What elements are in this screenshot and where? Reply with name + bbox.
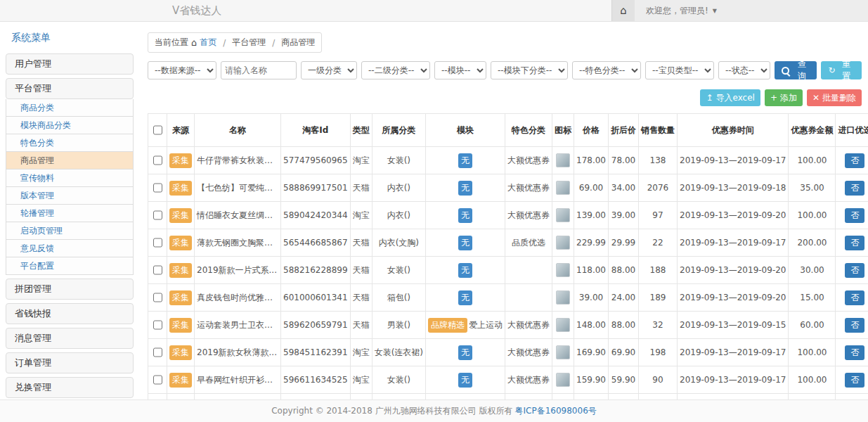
sidebar-item[interactable]: 平台配置 <box>6 257 134 275</box>
row-checkbox[interactable] <box>153 343 162 362</box>
taoke-id: 601000601341 <box>281 284 351 312</box>
row-checkbox-cell <box>148 147 167 174</box>
row-checkbox[interactable] <box>153 179 162 197</box>
column-header: 淘客Id <box>281 114 351 147</box>
sales-count: 97 <box>639 202 678 229</box>
sidebar-item[interactable]: 用户管理 <box>6 53 134 75</box>
sidebar-item[interactable]: 版本管理 <box>6 187 134 205</box>
sidebar-item[interactable]: 省钱快报 <box>6 303 134 324</box>
home-button[interactable]: ⌂ <box>611 0 635 21</box>
home-icon: ⌂ <box>620 4 627 17</box>
icon-cell <box>552 312 574 339</box>
feature-category: 大额优惠券 <box>505 147 552 174</box>
row-checkbox[interactable] <box>153 151 162 170</box>
row-checkbox[interactable] <box>153 261 162 279</box>
filter-select[interactable]: --宝贝类型-- <box>645 61 714 79</box>
refresh-icon: ↻ <box>828 65 835 75</box>
import-select-toggle[interactable]: 否 <box>845 181 864 196</box>
coupon-amount: 200.00 <box>789 229 836 257</box>
coupon-amount: 100.00 <box>789 366 836 394</box>
import-select-toggle[interactable]: 否 <box>845 345 864 360</box>
import-excel-button[interactable]: ↥ 导入excel <box>700 89 760 106</box>
filter-select[interactable]: --模块-- <box>434 61 486 79</box>
product-name: 情侣睡衣女夏丝绸男士... <box>195 202 281 229</box>
column-header: 销售数量 <box>639 114 678 147</box>
sidebar-item[interactable]: 特色分类 <box>6 134 134 152</box>
price: 148.00 <box>574 312 609 339</box>
select-all-cell <box>148 114 167 147</box>
product-thumbnail <box>556 263 570 277</box>
row-checkbox[interactable] <box>153 288 162 307</box>
product-thumbnail <box>556 153 570 167</box>
import-select-toggle[interactable]: 否 <box>845 208 864 223</box>
feature-category: 品质优选 <box>505 229 552 257</box>
import-select-toggle[interactable]: 否 <box>845 153 864 168</box>
import-select-toggle[interactable]: 否 <box>845 236 864 250</box>
discount-price: 78.00 <box>609 147 639 174</box>
select-all-checkbox[interactable] <box>153 121 162 139</box>
product-name: 2019新款一片式系... <box>195 257 281 284</box>
product-name: 早春网红针织开衫女春... <box>195 366 281 394</box>
coupon-time: 2019-09-13—2019-09-17 <box>678 229 789 257</box>
sidebar-item[interactable]: 模块商品分类 <box>6 117 134 134</box>
icp-link[interactable]: 粤ICP备16098006号 <box>515 405 597 417</box>
sidebar-item[interactable]: 启动页管理 <box>6 222 134 240</box>
table-header-row: 来源名称淘客Id类型所属分类模块特色分类图标价格折后价销售数量优惠券时间优惠券金… <box>148 114 868 147</box>
import-select-toggle[interactable]: 否 <box>845 263 864 278</box>
row-checkbox[interactable] <box>153 206 162 224</box>
module-cell: 无 <box>426 174 505 202</box>
product-name: 运动套装男士卫衣初秋... <box>195 312 281 339</box>
sidebar-item[interactable]: 轮播管理 <box>6 205 134 222</box>
product-category: 女装() <box>372 147 425 174</box>
product-name: 牛仔背带裤女秋装减龄... <box>195 147 281 174</box>
filter-select[interactable]: --状态-- <box>718 61 770 79</box>
user-menu[interactable]: 欢迎您，管理员! ▼ <box>635 0 868 21</box>
filter-select[interactable]: --特色分类-- <box>572 61 641 79</box>
icon-cell <box>552 147 574 174</box>
sidebar-item[interactable]: 消息管理 <box>6 328 134 349</box>
table-row: 采集运动套装男士卫衣初秋...589620659791天猫男装()品牌精选爱上运… <box>148 312 868 339</box>
coupon-amount: 60.00 <box>789 312 836 339</box>
feature-category: 大额优惠券 <box>505 339 552 366</box>
sidebar-item[interactable]: 意见反馈 <box>6 240 134 257</box>
topbar: V省钱达人 ⌂ 欢迎您，管理员! ▼ <box>0 0 868 22</box>
sidebar-item[interactable]: 商品管理 <box>6 152 134 170</box>
add-button[interactable]: + 添加 <box>765 89 803 106</box>
coupon-amount: 35.00 <box>789 174 836 202</box>
product-thumbnail <box>556 208 570 222</box>
batch-delete-button[interactable]: ✕ 批量删除 <box>807 89 862 106</box>
feature-category: 大额优惠券 <box>505 202 552 229</box>
product-thumbnail <box>556 236 570 250</box>
sidebar-item[interactable]: 兑换管理 <box>6 377 134 398</box>
import-select-toggle[interactable]: 否 <box>845 318 864 333</box>
module-badge: 无 <box>458 345 472 360</box>
sales-count: 32 <box>639 312 678 339</box>
row-checkbox[interactable] <box>153 234 162 252</box>
filter-select[interactable]: --二级分类-- <box>361 61 430 79</box>
row-checkbox[interactable] <box>153 316 162 334</box>
module-badge: 无 <box>458 373 472 388</box>
product-name: 2019新款女秋薄款... <box>195 339 281 366</box>
sidebar-item[interactable]: 平台管理 <box>6 78 134 99</box>
search-button[interactable]: 查询 <box>775 61 817 79</box>
product-name-input[interactable] <box>221 61 297 79</box>
row-checkbox[interactable] <box>153 371 162 389</box>
filter-select[interactable]: 一级分类 <box>301 61 357 79</box>
sidebar-item[interactable]: 宣传物料 <box>6 170 134 187</box>
import-select-toggle[interactable]: 否 <box>845 290 864 305</box>
sidebar-item[interactable]: 订单管理 <box>6 352 134 373</box>
breadcrumb-home-link[interactable]: 首页 <box>200 37 216 49</box>
product-category: 男装() <box>372 312 425 339</box>
sidebar-item[interactable]: 拼团管理 <box>6 279 134 300</box>
column-header: 图标 <box>552 114 574 147</box>
filter-select[interactable]: --模块下分类-- <box>491 61 568 79</box>
data-source-select[interactable]: --数据来源-- <box>148 61 216 79</box>
sidebar-item[interactable]: 商品分类 <box>6 99 134 117</box>
product-type: 淘宝 <box>350 147 372 174</box>
reset-button[interactable]: ↻ 重置 <box>821 61 862 79</box>
column-header: 来源 <box>167 114 195 147</box>
source-badge: 采集 <box>169 290 192 305</box>
feature-category <box>505 257 552 284</box>
import-select-toggle[interactable]: 否 <box>845 373 864 388</box>
feature-category <box>505 284 552 312</box>
